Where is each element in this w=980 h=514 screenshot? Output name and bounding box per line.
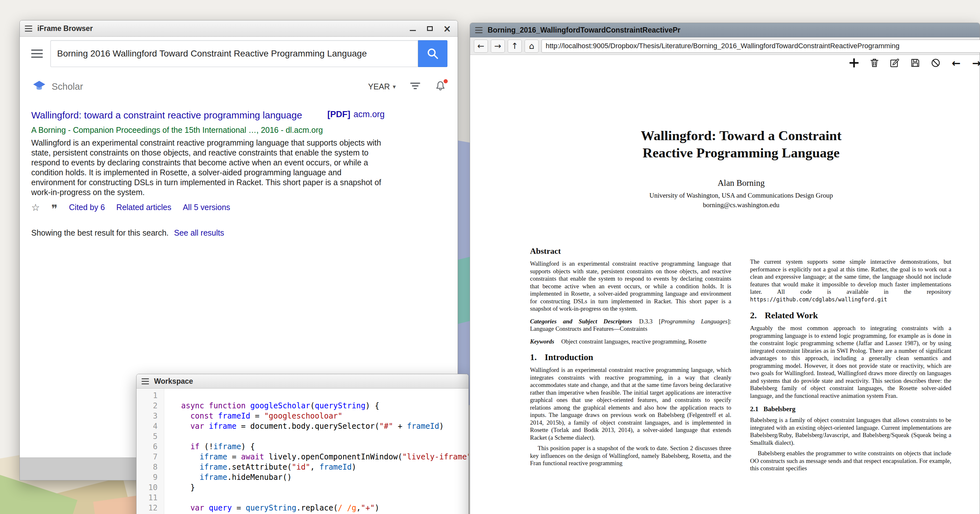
- up-button[interactable]: ↑: [508, 40, 522, 53]
- intro-paragraph-2: This position paper is a snapshot of the…: [530, 444, 731, 467]
- result-title: Wallingford: toward a constraint reactiv…: [31, 109, 309, 121]
- minimize-button[interactable]: [409, 25, 417, 32]
- abstract-heading: Abstract: [530, 246, 731, 256]
- maximize-button[interactable]: [426, 25, 434, 32]
- search-icon: [426, 47, 439, 60]
- google-scholar-logo[interactable]: [33, 79, 46, 94]
- pdf-link[interactable]: [PDF]acm.org: [327, 109, 385, 120]
- paper-author: Alan Borning: [527, 178, 955, 188]
- pdf-viewer-window: Borning_2016_WallingfordTowardConstraint…: [470, 23, 980, 514]
- forward-button[interactable]: →: [491, 40, 505, 53]
- code-lines: 12async function googleScholar(queryStri…: [137, 390, 468, 513]
- paper-title-line2: Reactive Programming Language: [527, 144, 955, 161]
- code-line[interactable]: 2async function googleScholar(queryStrin…: [137, 401, 468, 411]
- categories-italic: Programming Languages: [661, 318, 727, 325]
- add-button[interactable]: [848, 57, 860, 69]
- code-line[interactable]: 10 }: [137, 482, 468, 493]
- code-line[interactable]: 8 iframe.setAttribute("id", frameId): [137, 462, 468, 472]
- window-menu-icon[interactable]: [142, 378, 149, 385]
- best-result-footer: Showing the best result for this search.…: [31, 228, 224, 238]
- related-work-paragraph: Arguably the most common approach to int…: [750, 324, 951, 399]
- keywords-paragraph: KeywordsObject constraint languages, rea…: [530, 338, 731, 345]
- desktop: iFrame Browser ×: [0, 0, 980, 514]
- delete-button[interactable]: [869, 57, 880, 69]
- code-line[interactable]: 11: [137, 493, 468, 503]
- workspace-window-title: Workspace: [154, 377, 193, 386]
- code-line[interactable]: 1: [137, 390, 468, 401]
- repo-url: https://github.com/cdglabs/wallingford.g…: [750, 296, 887, 303]
- scholar-brand[interactable]: Scholar: [52, 81, 83, 92]
- filter-icon[interactable]: [409, 80, 421, 93]
- year-filter-label: YEAR: [368, 82, 390, 91]
- paper-left-column: Abstract Wallingford is an experimental …: [530, 246, 731, 470]
- categories-paragraph: Categories and Subject DescriptorsD.3.3 …: [530, 318, 731, 333]
- result-actions: ☆ ❞ Cited by 6 Related articles All 5 ve…: [31, 202, 385, 213]
- search-input[interactable]: [50, 40, 418, 67]
- code-line[interactable]: 7 iframe = await lively.openComponentInW…: [137, 452, 468, 462]
- year-filter-dropdown[interactable]: YEAR ▾: [368, 82, 396, 91]
- scholar-menu-icon[interactable]: [31, 49, 43, 58]
- code-line[interactable]: 3 const frameId = "googleschooloar": [137, 411, 468, 421]
- section-2-heading: 2.Related Work: [750, 310, 951, 321]
- categories-label: Categories and Subject Descriptors: [530, 318, 632, 325]
- close-button[interactable]: ×: [443, 25, 451, 32]
- code-line[interactable]: 6 if (!iframe) {: [137, 442, 468, 452]
- result-snippet: Wallingford is an experimental constrain…: [31, 138, 385, 197]
- see-all-results-link[interactable]: See all results: [174, 228, 224, 237]
- result-title-link[interactable]: Wallingford: toward a constraint reactiv…: [31, 110, 302, 120]
- paper-email: borning@cs.washington.edu: [527, 201, 955, 209]
- chevron-down-icon: ▾: [393, 83, 396, 90]
- code-line[interactable]: 5: [137, 431, 468, 442]
- cited-by-link[interactable]: Cited by 6: [69, 203, 105, 212]
- search-bar: [31, 40, 447, 68]
- section-2-1-heading: 2.1Babelsberg: [750, 405, 951, 413]
- pdf-edit-toolbar: ← →: [848, 57, 980, 69]
- code-line[interactable]: 4 var iframe = document.body.querySelect…: [137, 421, 468, 431]
- scholar-header: Scholar YEAR ▾: [33, 78, 446, 96]
- paper-right-column: The current system supports some simple …: [750, 258, 951, 476]
- section-1-heading: 1.Introduction: [530, 352, 731, 362]
- search-button[interactable]: [418, 40, 447, 67]
- paper-title-line1: Wallingford: Toward a Constraint: [527, 127, 955, 144]
- code-editor[interactable]: 12async function googleScholar(queryStri…: [137, 388, 468, 514]
- pdf-source: acm.org: [353, 110, 385, 119]
- search-result: Wallingford: toward a constraint reactiv…: [31, 109, 385, 213]
- pdf-window-title: Borning_2016_WallingfordTowardConstraint…: [488, 26, 681, 35]
- cite-quote-icon[interactable]: ❞: [51, 202, 57, 213]
- browser-window-titlebar[interactable]: iFrame Browser ×: [20, 21, 458, 37]
- pdf-window-titlebar[interactable]: Borning_2016_WallingfordTowardConstraint…: [470, 23, 980, 37]
- babelsberg-paragraph-2: Babelsberg enables the programmer to wri…: [750, 450, 951, 472]
- browser-window-title: iFrame Browser: [37, 24, 93, 33]
- workspace-titlebar[interactable]: Workspace: [137, 374, 468, 388]
- prev-page-button[interactable]: ←: [950, 57, 962, 69]
- save-button[interactable]: [909, 57, 921, 69]
- workspace-window: Workspace 12async function googleScholar…: [136, 374, 469, 514]
- babelsberg-paragraph-1: Babelsberg is a family of object constra…: [750, 416, 951, 446]
- code-line[interactable]: 9 iframe.hideMenubar(): [137, 472, 468, 482]
- save-star-icon[interactable]: ☆: [31, 203, 40, 212]
- window-menu-icon[interactable]: [475, 27, 482, 33]
- all-versions-link[interactable]: All 5 versions: [183, 203, 230, 212]
- keywords-label: Keywords: [530, 338, 554, 345]
- notification-dot: [444, 79, 448, 83]
- intro-paragraph-1: Wallingford is an experimental constrain…: [530, 366, 731, 441]
- related-articles-link[interactable]: Related articles: [116, 203, 171, 212]
- edit-button[interactable]: [889, 57, 901, 69]
- scholar-controls: YEAR ▾: [368, 80, 446, 93]
- window-menu-icon[interactable]: [25, 26, 32, 32]
- result-byline: A Borning - Companion Proceedings of the…: [31, 126, 385, 135]
- keywords-text: Object constraint languages, reactive pr…: [561, 338, 706, 345]
- pdf-nav-toolbar: ← → ↑ ⌂: [470, 37, 980, 55]
- alerts-bell-icon[interactable]: [435, 80, 446, 93]
- best-result-text: Showing the best result for this search.: [31, 228, 169, 237]
- url-field[interactable]: [541, 40, 980, 53]
- next-page-button[interactable]: →: [970, 57, 980, 69]
- abstract-text: Wallingford is an experimental constrain…: [530, 260, 731, 313]
- code-line[interactable]: 12 var query = queryString.replace(/ /g,…: [137, 503, 468, 513]
- cancel-button[interactable]: [930, 57, 942, 69]
- pdf-page: ← → Wallingford: Toward a Constraint Rea…: [470, 55, 980, 514]
- right-column-paragraph-1: The current system supports some simple …: [750, 258, 951, 303]
- home-button[interactable]: ⌂: [525, 40, 539, 53]
- window-buttons: ×: [409, 25, 453, 32]
- back-button[interactable]: ←: [474, 40, 488, 53]
